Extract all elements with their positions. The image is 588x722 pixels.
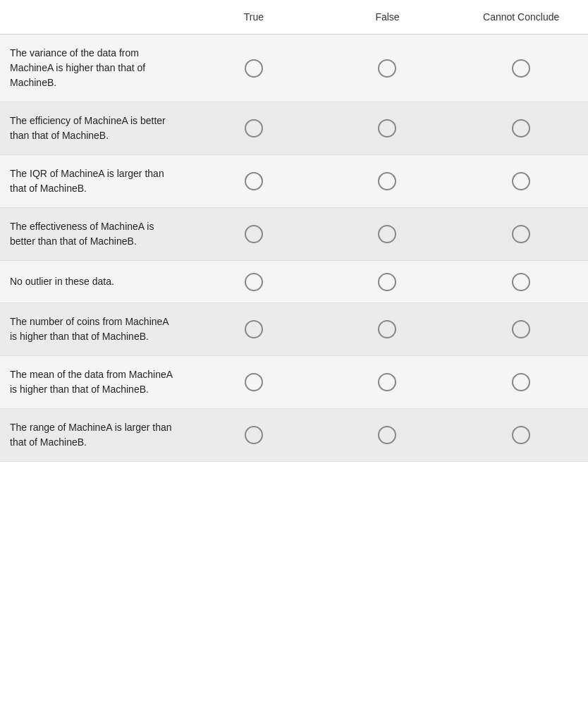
radio-cell-false[interactable] bbox=[321, 262, 455, 302]
row-label: The effectiveness of MachineA is better … bbox=[0, 208, 187, 260]
radio-cell-false[interactable] bbox=[321, 415, 455, 455]
radio-cell-false[interactable] bbox=[321, 309, 455, 350]
table-row: The range of MachineA is larger than tha… bbox=[0, 409, 588, 462]
table-body: The variance of the data from MachineA i… bbox=[0, 35, 588, 462]
table-header: True False Cannot Conclude bbox=[0, 0, 588, 35]
table-row: The IQR of MachineA is larger than that … bbox=[0, 155, 588, 208]
radio-cannot-conclude[interactable] bbox=[512, 59, 530, 78]
table-row: The number of coins from MachineA is hig… bbox=[0, 303, 588, 356]
radio-true[interactable] bbox=[245, 373, 263, 391]
radio-cell-true[interactable] bbox=[187, 415, 321, 455]
row-label: The efficiency of MachineA is better tha… bbox=[0, 102, 187, 154]
row-label: No outlier in these data. bbox=[0, 263, 187, 300]
radio-cell-cannot-conclude[interactable] bbox=[454, 362, 588, 403]
radio-cell-true[interactable] bbox=[187, 48, 321, 89]
radio-false[interactable] bbox=[378, 320, 396, 338]
radio-false[interactable] bbox=[378, 426, 396, 444]
table-row: The variance of the data from MachineA i… bbox=[0, 35, 588, 102]
radio-cannot-conclude[interactable] bbox=[512, 225, 530, 243]
radio-cannot-conclude[interactable] bbox=[512, 172, 530, 190]
radio-true[interactable] bbox=[245, 320, 263, 338]
row-label: The IQR of MachineA is larger than that … bbox=[0, 155, 187, 207]
radio-cannot-conclude[interactable] bbox=[512, 373, 530, 391]
radio-cell-cannot-conclude[interactable] bbox=[454, 48, 588, 89]
radio-cell-false[interactable] bbox=[321, 48, 455, 89]
header-label-col bbox=[0, 6, 187, 28]
radio-cell-false[interactable] bbox=[321, 362, 455, 403]
radio-cannot-conclude[interactable] bbox=[512, 273, 530, 291]
header-false: False bbox=[321, 6, 455, 28]
radio-cell-true[interactable] bbox=[187, 262, 321, 302]
row-label: The number of coins from MachineA is hig… bbox=[0, 303, 187, 355]
radio-false[interactable] bbox=[378, 273, 396, 291]
header-cannot-conclude: Cannot Conclude bbox=[454, 6, 588, 28]
radio-true[interactable] bbox=[245, 225, 263, 243]
radio-true[interactable] bbox=[245, 426, 263, 444]
radio-cell-true[interactable] bbox=[187, 161, 321, 202]
row-label: The mean of the data from MachineA is hi… bbox=[0, 356, 187, 408]
radio-true[interactable] bbox=[245, 119, 263, 137]
radio-cell-cannot-conclude[interactable] bbox=[454, 161, 588, 202]
quiz-table: True False Cannot Conclude The variance … bbox=[0, 0, 588, 462]
table-row: The efficiency of MachineA is better tha… bbox=[0, 102, 588, 155]
radio-cell-false[interactable] bbox=[321, 214, 455, 255]
radio-false[interactable] bbox=[378, 172, 396, 190]
table-row: The mean of the data from MachineA is hi… bbox=[0, 356, 588, 409]
radio-cell-true[interactable] bbox=[187, 214, 321, 255]
table-row: The effectiveness of MachineA is better … bbox=[0, 208, 588, 261]
header-true: True bbox=[187, 6, 321, 28]
radio-cell-false[interactable] bbox=[321, 161, 455, 202]
row-label: The range of MachineA is larger than tha… bbox=[0, 409, 187, 461]
radio-false[interactable] bbox=[378, 225, 396, 243]
radio-true[interactable] bbox=[245, 172, 263, 190]
radio-cannot-conclude[interactable] bbox=[512, 320, 530, 338]
radio-cannot-conclude[interactable] bbox=[512, 119, 530, 137]
radio-cell-cannot-conclude[interactable] bbox=[454, 415, 588, 455]
radio-cannot-conclude[interactable] bbox=[512, 426, 530, 444]
radio-true[interactable] bbox=[245, 273, 263, 291]
radio-cell-true[interactable] bbox=[187, 309, 321, 350]
radio-cell-cannot-conclude[interactable] bbox=[454, 262, 588, 302]
radio-cell-true[interactable] bbox=[187, 108, 321, 149]
radio-cell-false[interactable] bbox=[321, 108, 455, 149]
radio-false[interactable] bbox=[378, 373, 396, 391]
radio-false[interactable] bbox=[378, 59, 396, 78]
radio-cell-cannot-conclude[interactable] bbox=[454, 108, 588, 149]
radio-cell-cannot-conclude[interactable] bbox=[454, 214, 588, 255]
radio-cell-cannot-conclude[interactable] bbox=[454, 309, 588, 350]
radio-false[interactable] bbox=[378, 119, 396, 137]
row-label: The variance of the data from MachineA i… bbox=[0, 35, 187, 102]
radio-cell-true[interactable] bbox=[187, 362, 321, 403]
radio-true[interactable] bbox=[245, 59, 263, 78]
table-row: No outlier in these data. bbox=[0, 261, 588, 303]
